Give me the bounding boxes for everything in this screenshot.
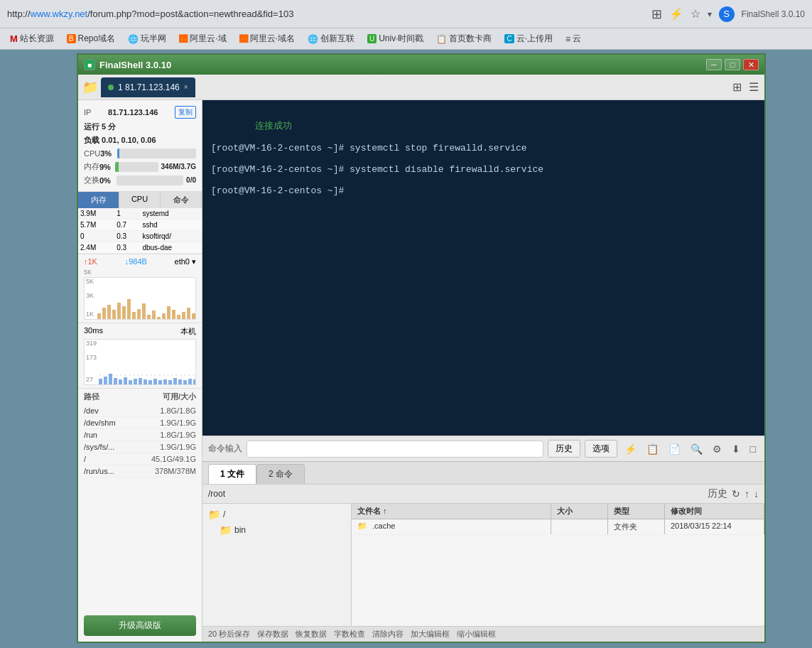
- cpu-progress-fill: [117, 148, 119, 158]
- history-button[interactable]: 历史: [548, 440, 580, 458]
- svg-rect-6: [127, 299, 131, 319]
- svg-rect-22: [104, 377, 107, 384]
- disk-row: /dev/shm 1.9G/1.9G: [84, 417, 196, 429]
- bookmark-item[interactable]: 📋 首页数卡商: [432, 31, 496, 46]
- tab-file[interactable]: 1 文件: [208, 464, 256, 484]
- col-type[interactable]: 类型: [608, 504, 665, 519]
- bookmark-item[interactable]: ≡ 云: [561, 31, 585, 46]
- bookmark-item[interactable]: B Repo域名: [63, 31, 119, 46]
- bookmark-item[interactable]: 🅰 阿里云·域: [175, 31, 230, 46]
- restore-data-button[interactable]: 恢复数据: [296, 629, 327, 639]
- svg-rect-37: [178, 379, 182, 384]
- connection-status-dot: [108, 85, 114, 90]
- tab-close-button[interactable]: ×: [184, 83, 188, 91]
- folder-icon[interactable]: 📁: [82, 80, 98, 95]
- minimize-button[interactable]: ─: [706, 59, 722, 70]
- table-row: 0 0.3 ksoftirqd/: [78, 231, 202, 242]
- svg-rect-31: [148, 380, 152, 384]
- bookmark-item[interactable]: 🅰 阿里云·域名: [235, 31, 299, 46]
- lightning-icon[interactable]: ⚡: [622, 442, 639, 456]
- search-icon[interactable]: 🔍: [688, 442, 705, 456]
- bookmark-item[interactable]: U Univ·时间戳: [363, 31, 428, 46]
- history-icon[interactable]: 历史: [708, 487, 727, 500]
- word-count-button[interactable]: 字数检查: [334, 629, 365, 639]
- table-row: 3.9M 1 systemd: [78, 208, 202, 220]
- bookmarks-bar: M 站长资源 B Repo域名 🌐 玩半网 🅰 阿里云·域 🅰 阿里云·域名 🌐…: [0, 28, 812, 50]
- browser-url-bar[interactable]: http://www.wkzy.net/forum.php?mod=post&a…: [7, 9, 651, 19]
- chevron-down-icon[interactable]: ▾: [708, 9, 712, 19]
- network-graph: 5K 3K 1K: [84, 277, 196, 320]
- copy-ip-button[interactable]: 复制: [175, 106, 196, 119]
- sort-icon: ↑: [383, 507, 387, 515]
- proc-cmd: sshd: [140, 220, 202, 231]
- star-icon[interactable]: ☆: [691, 7, 700, 21]
- clear-content-button[interactable]: 清除内容: [372, 629, 404, 639]
- bookmark-icon-b: B: [67, 34, 76, 43]
- svg-rect-39: [188, 379, 192, 384]
- bookmark-item[interactable]: 🌐 玩半网: [124, 31, 170, 46]
- file-tree: 📁 / 📁 bin: [202, 504, 352, 626]
- save-data-button[interactable]: 保存数据: [257, 629, 288, 639]
- bookmark-icon-eq: ≡: [565, 34, 570, 44]
- col-name-label: 文件名: [357, 507, 381, 515]
- maximize-button[interactable]: □: [725, 59, 740, 70]
- maximize-icon[interactable]: □: [747, 442, 759, 456]
- svg-rect-8: [137, 309, 141, 319]
- bookmark-item[interactable]: M 站长资源: [6, 31, 58, 46]
- cpu-label: CPU: [84, 149, 100, 158]
- col-size[interactable]: 大小: [551, 504, 608, 519]
- lightning-icon[interactable]: ⚡: [669, 7, 683, 21]
- process-tab-cmd[interactable]: 命令: [161, 192, 202, 208]
- paste-icon[interactable]: 📄: [666, 442, 683, 456]
- disk-size: 1.9G/1.9G: [160, 418, 196, 427]
- svg-rect-23: [109, 374, 112, 384]
- bigger-editor-button[interactable]: 加大编辑框: [411, 629, 450, 639]
- table-row: 2.4M 0.3 dbus-dae: [78, 242, 202, 254]
- finalshell-window: ■ FinalShell 3.0.10 ─ □ ✕ 📁 1 81.71.123.…: [77, 53, 766, 643]
- disk-row: /run 1.8G/1.9G: [84, 429, 196, 441]
- process-list: 3.9M 1 systemd 5.7M 0.7 sshd 0 0.3 ksoft…: [78, 208, 202, 254]
- svg-rect-35: [168, 380, 172, 384]
- latency-section: 30ms 本机 319 173 27: [78, 323, 202, 389]
- file-list-header: 文件名 ↑ 大小 类型 修改时间: [352, 504, 764, 519]
- table-row: 5.7M 0.7 sshd: [78, 220, 202, 231]
- disk-col-path: 路径: [84, 392, 99, 402]
- server-tab[interactable]: 1 81.71.123.146 ×: [101, 77, 195, 97]
- bookmark-icon-shop: 📋: [436, 34, 447, 44]
- copy-icon[interactable]: 📋: [644, 442, 661, 456]
- uptime-row: 运行 5 分: [84, 120, 196, 134]
- grid-icon[interactable]: ⊞: [651, 6, 662, 22]
- tree-item-bin[interactable]: 📁 bin: [205, 522, 348, 538]
- lat-label-27: 27: [86, 376, 93, 383]
- col-modified[interactable]: 修改时间: [665, 504, 764, 519]
- disk-row: /sys/fs/... 1.9G/1.9G: [84, 441, 196, 453]
- upgrade-button[interactable]: 升级高级版: [84, 615, 196, 636]
- close-button[interactable]: ✕: [743, 59, 759, 70]
- svg-rect-25: [119, 379, 122, 384]
- smaller-editor-button[interactable]: 缩小编辑框: [457, 629, 496, 639]
- grid-view-icon[interactable]: ⊞: [731, 79, 743, 95]
- process-tab-cpu[interactable]: CPU: [119, 192, 161, 208]
- bottom-tab-bar: 1 文件 2 命令: [202, 461, 764, 484]
- upload-icon[interactable]: ↑: [745, 488, 749, 500]
- file-name[interactable]: 📁 .cache: [352, 519, 551, 534]
- col-name[interactable]: 文件名 ↑: [352, 504, 551, 519]
- menu-icon[interactable]: ☰: [747, 79, 760, 95]
- url-path: /forum.php?mod=post&action=newthread&fid…: [87, 9, 293, 19]
- bookmark-item[interactable]: C 云·上传用: [500, 31, 557, 46]
- refresh-icon[interactable]: ↻: [732, 488, 740, 500]
- latency-value: 30ms: [84, 326, 103, 337]
- process-tab-mem[interactable]: 内存: [78, 192, 119, 208]
- settings-icon[interactable]: ⚙: [710, 442, 725, 456]
- terminal-command-input[interactable]: [247, 441, 543, 458]
- download-icon[interactable]: ↓: [754, 488, 759, 500]
- svg-rect-33: [158, 380, 162, 384]
- tree-item-root[interactable]: 📁 /: [205, 507, 348, 522]
- svg-rect-4: [117, 303, 121, 319]
- bookmark-item[interactable]: 🌐 创新互联: [303, 31, 359, 46]
- ip-row: IP 81.71.123.146 复制: [84, 104, 196, 120]
- proc-cpu: 0.3: [114, 231, 140, 242]
- options-button[interactable]: 选项: [585, 440, 617, 458]
- download-icon[interactable]: ⬇: [729, 442, 743, 456]
- tab-command[interactable]: 2 命令: [256, 464, 305, 484]
